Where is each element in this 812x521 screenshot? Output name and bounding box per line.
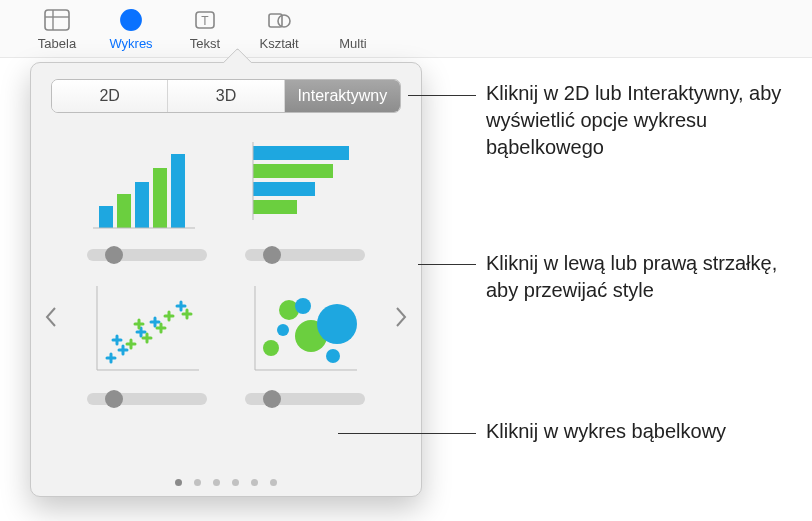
style-slider[interactable] <box>245 393 365 405</box>
toolbar-label: Kształt <box>259 36 298 51</box>
pie-chart-icon <box>118 6 144 34</box>
callout-text: Kliknij w lewą lub prawą strzałkę, aby p… <box>486 250 796 304</box>
toolbar-item-text[interactable]: T Tekst <box>168 6 242 51</box>
toolbar-label: Wykres <box>109 36 152 51</box>
tab-3d[interactable]: 3D <box>168 80 284 112</box>
scatter-chart-icon <box>82 275 212 385</box>
svg-point-7 <box>278 15 290 27</box>
callout-line <box>418 264 476 265</box>
bar-chart-icon <box>240 131 370 241</box>
segmented-control: 2D 3D Interaktywny <box>51 79 401 113</box>
style-slider[interactable] <box>87 249 207 261</box>
svg-rect-11 <box>153 168 167 228</box>
svg-rect-14 <box>253 146 349 160</box>
svg-rect-12 <box>171 154 185 228</box>
page-dot[interactable] <box>194 479 201 486</box>
chart-option-bar[interactable] <box>239 131 371 261</box>
tab-interactive[interactable]: Interaktywny <box>285 80 400 112</box>
svg-rect-0 <box>45 10 69 30</box>
shape-icon <box>266 6 292 34</box>
toolbar-item-chart[interactable]: Wykres <box>94 6 168 51</box>
page-dots <box>31 479 421 486</box>
text-icon: T <box>192 6 218 34</box>
chart-option-bubble[interactable] <box>239 275 371 405</box>
table-icon <box>44 6 70 34</box>
toolbar-item-shape[interactable]: Kształt <box>242 6 316 51</box>
callout-text: Kliknij w wykres bąbelkowy <box>486 418 796 445</box>
tab-2d[interactable]: 2D <box>52 80 168 112</box>
chart-popover: 2D 3D Interaktywny <box>30 62 422 497</box>
chart-option-column[interactable] <box>81 131 213 261</box>
svg-point-26 <box>277 324 289 336</box>
page-dot[interactable] <box>232 479 239 486</box>
toolbar-label: Tabela <box>38 36 76 51</box>
toolbar-label: Tekst <box>190 36 220 51</box>
toolbar-item-table[interactable]: Tabela <box>20 6 94 51</box>
svg-rect-8 <box>99 206 113 228</box>
page-dot[interactable] <box>251 479 258 486</box>
chevron-left-icon <box>44 306 58 328</box>
nav-prev[interactable] <box>37 299 65 335</box>
callout-text: Kliknij w 2D lub Interaktywny, aby wyświ… <box>486 80 796 161</box>
page-dot[interactable] <box>270 479 277 486</box>
svg-rect-9 <box>117 194 131 228</box>
callout-line <box>408 95 476 96</box>
style-slider[interactable] <box>245 249 365 261</box>
page-dot[interactable] <box>175 479 182 486</box>
bubble-chart-icon <box>240 275 370 385</box>
chart-pane <box>31 131 421 461</box>
page-dot[interactable] <box>213 479 220 486</box>
svg-point-27 <box>295 298 311 314</box>
toolbar-label: Multi <box>339 36 366 51</box>
svg-point-28 <box>317 304 357 344</box>
toolbar: Tabela Wykres T Tekst Kształt Multi <box>0 0 812 58</box>
toolbar-item-media[interactable]: Multi <box>316 6 390 51</box>
chevron-right-icon <box>394 306 408 328</box>
nav-next[interactable] <box>387 299 415 335</box>
svg-rect-10 <box>135 182 149 228</box>
svg-text:T: T <box>201 14 209 28</box>
svg-rect-16 <box>253 182 315 196</box>
svg-rect-17 <box>253 200 297 214</box>
chart-grid <box>31 131 421 405</box>
svg-point-23 <box>263 340 279 356</box>
svg-rect-15 <box>253 164 333 178</box>
column-chart-icon <box>82 131 212 241</box>
callout-line <box>338 433 476 434</box>
style-slider[interactable] <box>87 393 207 405</box>
chart-option-scatter[interactable] <box>81 275 213 405</box>
svg-point-29 <box>326 349 340 363</box>
